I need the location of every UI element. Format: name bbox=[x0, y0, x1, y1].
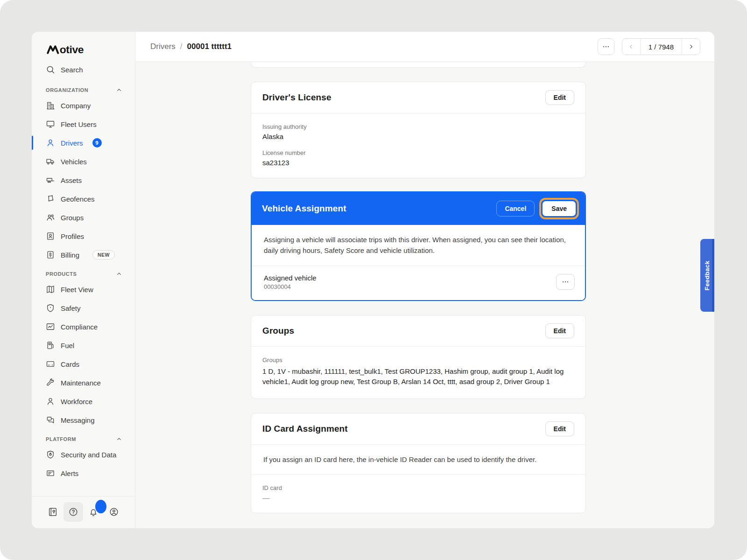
drivers-license-body: Issuing authority Alaska License number … bbox=[251, 113, 585, 178]
fuel-pump-icon bbox=[46, 341, 55, 350]
more-actions-button[interactable] bbox=[598, 38, 614, 55]
sidebar-item-assets[interactable]: Assets bbox=[32, 171, 135, 189]
alerts-icon bbox=[46, 469, 55, 478]
sidebar-search[interactable]: Search bbox=[32, 59, 135, 80]
id-card-field-label: ID card bbox=[262, 484, 574, 491]
pager-position: 1 / 7948 bbox=[640, 39, 682, 55]
notifications-button[interactable] bbox=[84, 502, 103, 522]
breadcrumb-parent[interactable]: Drivers bbox=[150, 42, 176, 51]
sidebar-item-fuel[interactable]: Fuel bbox=[32, 336, 135, 355]
assigned-vehicle-label: Assigned vehicle bbox=[264, 274, 317, 282]
truck-icon bbox=[46, 157, 55, 166]
motive-m-glyph bbox=[48, 46, 58, 53]
ellipsis-icon bbox=[602, 42, 610, 51]
help-button[interactable] bbox=[63, 502, 83, 522]
sidebar-item-label: Profiles bbox=[61, 232, 84, 240]
id-card-edit-button[interactable]: Edit bbox=[545, 421, 574, 436]
sidebar: otive Search ORGANIZATIONCompanyFleet Us… bbox=[32, 32, 135, 528]
cancel-button[interactable]: Cancel bbox=[496, 201, 535, 217]
sidebar-item-messaging[interactable]: Messaging bbox=[32, 411, 135, 429]
drivers-license-header: Driver's License Edit bbox=[251, 82, 585, 113]
trailer-icon bbox=[46, 175, 55, 185]
geofence-icon bbox=[46, 194, 55, 203]
vehicle-assignment-description: Assigning a vehicle will associate trips… bbox=[252, 225, 585, 266]
sidebar-item-geofences[interactable]: Geofences bbox=[32, 189, 135, 208]
directory-button[interactable] bbox=[43, 502, 63, 522]
building-icon bbox=[46, 101, 55, 110]
sidebar-section-header-platform[interactable]: PLATFORM bbox=[32, 429, 135, 445]
credit-card-icon bbox=[46, 359, 55, 369]
sidebar-item-alerts[interactable]: Alerts bbox=[32, 464, 135, 483]
assigned-vehicle-row: Assigned vehicle 00030004 bbox=[252, 266, 585, 300]
chevron-left-icon bbox=[627, 43, 635, 50]
sidebar-item-company[interactable]: Company bbox=[32, 96, 135, 115]
vehicle-assignment-actions: Cancel Save bbox=[496, 198, 579, 219]
logo-text: otive bbox=[60, 43, 84, 56]
main-area: Drivers / 00001 tttttt1 1 / 7948 bbox=[135, 32, 714, 528]
sidebar-item-label: Maintenance bbox=[61, 379, 101, 387]
drivers-license-edit-button[interactable]: Edit bbox=[545, 90, 574, 105]
topbar-actions: 1 / 7948 bbox=[598, 38, 700, 55]
sidebar-item-label: Groups bbox=[61, 214, 84, 222]
people-icon bbox=[46, 213, 55, 222]
shield-icon bbox=[46, 303, 55, 313]
groups-title: Groups bbox=[262, 326, 294, 336]
assigned-vehicle-more-button[interactable] bbox=[556, 274, 575, 290]
account-button[interactable] bbox=[104, 502, 124, 522]
shield-lock-icon bbox=[46, 450, 55, 459]
next-record-button[interactable] bbox=[682, 39, 700, 55]
vehicle-assignment-card: Vehicle Assignment Cancel Save Assigning… bbox=[251, 191, 586, 301]
sidebar-item-label: Vehicles bbox=[61, 158, 87, 166]
feedback-tab[interactable]: Feedback bbox=[700, 239, 714, 312]
sidebar-item-workforce[interactable]: Workforce bbox=[32, 392, 135, 411]
sidebar-section-label: ORGANIZATION bbox=[46, 87, 88, 93]
profile-card-icon bbox=[46, 231, 55, 241]
ellipsis-icon bbox=[561, 278, 570, 286]
sidebar-item-drivers[interactable]: Drivers9 bbox=[32, 133, 135, 152]
sidebar-item-fleet-view[interactable]: Fleet View bbox=[32, 280, 135, 299]
sidebar-item-fleet-users[interactable]: Fleet Users bbox=[32, 115, 135, 133]
assigned-vehicle-value: 00030004 bbox=[264, 283, 317, 290]
sidebar-item-safety[interactable]: Safety bbox=[32, 299, 135, 317]
breadcrumb-separator: / bbox=[180, 42, 183, 51]
sidebar-item-profiles[interactable]: Profiles bbox=[32, 227, 135, 245]
sidebar-item-security-and-data[interactable]: Security and Data bbox=[32, 445, 135, 464]
sidebar-section-label: PLATFORM bbox=[46, 436, 76, 442]
sidebar-section-header-organization[interactable]: ORGANIZATION bbox=[32, 80, 135, 96]
top-bar: Drivers / 00001 tttttt1 1 / 7948 bbox=[135, 32, 714, 62]
sidebar-item-label: Geofences bbox=[61, 195, 95, 203]
save-highlight-ring: Save bbox=[539, 198, 579, 219]
sidebar-item-compliance[interactable]: Compliance bbox=[32, 317, 135, 336]
license-number-field: License number sa23123 bbox=[262, 149, 574, 167]
app-window: otive Search ORGANIZATIONCompanyFleet Us… bbox=[32, 32, 714, 528]
sidebar-item-label: Security and Data bbox=[61, 451, 116, 459]
sidebar-item-groups[interactable]: Groups bbox=[32, 208, 135, 227]
sidebar-section-header-products[interactable]: PRODUCTS bbox=[32, 264, 135, 280]
chat-icon bbox=[46, 415, 55, 425]
sidebar-item-label: Drivers bbox=[61, 139, 83, 147]
map-icon bbox=[46, 285, 55, 294]
issuing-authority-value: Alaska bbox=[262, 133, 574, 140]
groups-edit-button[interactable]: Edit bbox=[545, 323, 574, 338]
sidebar-sections: ORGANIZATIONCompanyFleet UsersDrivers9Ve… bbox=[32, 80, 135, 483]
sidebar-item-label: Messaging bbox=[61, 416, 95, 424]
sidebar-item-label: Cards bbox=[61, 360, 79, 368]
sidebar-item-maintenance[interactable]: Maintenance bbox=[32, 373, 135, 392]
assigned-vehicle-field: Assigned vehicle 00030004 bbox=[264, 274, 317, 290]
breadcrumb-current: 00001 tttttt1 bbox=[187, 42, 232, 51]
sidebar-footer bbox=[32, 496, 135, 528]
id-card-title: ID Card Assignment bbox=[262, 424, 348, 434]
sidebar-item-vehicles[interactable]: Vehicles bbox=[32, 152, 135, 171]
prev-record-button[interactable] bbox=[622, 39, 640, 55]
groups-header: Groups Edit bbox=[251, 315, 585, 347]
save-button[interactable]: Save bbox=[543, 201, 576, 216]
sidebar-item-billing[interactable]: BillingNEW bbox=[32, 245, 135, 264]
sidebar-item-label: Safety bbox=[61, 304, 81, 312]
chevron-up-icon bbox=[115, 270, 123, 278]
license-number-value: sa23123 bbox=[262, 159, 574, 167]
sidebar-item-label: Fleet Users bbox=[61, 120, 97, 128]
sidebar-item-cards[interactable]: Cards bbox=[32, 355, 135, 373]
content-scroll-area[interactable]: Driver's License Edit Issuing authority … bbox=[135, 62, 714, 528]
person-icon bbox=[46, 397, 55, 406]
chart-doc-icon bbox=[46, 322, 55, 331]
